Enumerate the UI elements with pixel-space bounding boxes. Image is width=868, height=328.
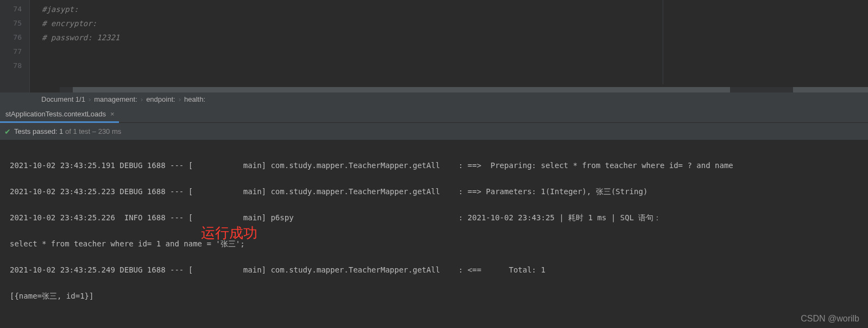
console-line: 2021-10-02 23:43:25.223 DEBUG 1688 --- [… <box>10 185 858 198</box>
tests-passed-prefix: Tests passed: <box>14 127 59 135</box>
chevron-right-icon: › <box>141 92 143 107</box>
breadcrumb: Document 1/1 › management: › endpoint: ›… <box>0 92 868 107</box>
line-number-gutter: 74 75 76 77 78 <box>0 0 30 92</box>
tests-passed-label: Tests passed: 1 of 1 test – 230 ms <box>14 127 121 135</box>
line-number: 74 <box>0 2 22 16</box>
editor-horizontal-scrollbar[interactable] <box>60 87 868 92</box>
code-line: # password: 12321 <box>42 30 868 45</box>
test-tab-bar: stApplicationTests.contextLoads × <box>0 107 868 123</box>
chevron-right-icon: › <box>179 92 181 107</box>
check-icon: ✔ <box>4 127 11 136</box>
tab-label: stApplicationTests.contextLoads <box>5 110 106 118</box>
console-line: select * from teacher where id= 1 and na… <box>10 237 858 250</box>
editor-area: 74 75 76 77 78 #jasypt: # encryptor: # p… <box>0 0 868 92</box>
console-line: 2021-10-02 23:43:25.226 INFO 1688 --- [ … <box>10 211 858 224</box>
console-line: 2021-10-02 23:43:25.249 DEBUG 1688 --- [… <box>10 263 858 276</box>
line-number: 76 <box>0 30 22 45</box>
breadcrumb-item[interactable]: Document 1/1 <box>41 92 85 107</box>
test-status-bar: ✔ Tests passed: 1 of 1 test – 230 ms <box>0 123 868 140</box>
line-number: 78 <box>0 59 22 73</box>
breadcrumb-item[interactable]: endpoint: <box>146 92 175 107</box>
scrollbar-thumb[interactable] <box>73 87 730 92</box>
breadcrumb-item[interactable]: health: <box>184 92 205 107</box>
code-line: #jasypt: <box>42 2 868 16</box>
tests-passed-suffix: of 1 test – 230 ms <box>63 127 121 135</box>
editor-right-scroll-marker[interactable] <box>793 87 868 92</box>
success-annotation: 运行成功 <box>201 226 257 239</box>
console-output[interactable]: 2021-10-02 23:43:25.191 DEBUG 1688 --- [… <box>0 140 868 328</box>
breadcrumb-item[interactable]: management: <box>94 92 137 107</box>
tab-context-loads[interactable]: stApplicationTests.contextLoads × <box>0 107 119 123</box>
watermark: CSDN @worilb <box>801 314 859 324</box>
chevron-right-icon: › <box>89 92 91 107</box>
line-number: 75 <box>0 16 22 30</box>
close-icon[interactable]: × <box>110 110 115 118</box>
console-line: 2021-10-02 23:43:25.191 DEBUG 1688 --- [… <box>10 159 858 172</box>
console-line: [{name=张三, id=1}] <box>10 289 858 302</box>
code-line: # encryptor: <box>42 16 868 30</box>
line-number: 77 <box>0 45 22 59</box>
code-area[interactable]: #jasypt: # encryptor: # password: 12321 <box>30 0 868 92</box>
right-margin-guide <box>663 0 663 84</box>
